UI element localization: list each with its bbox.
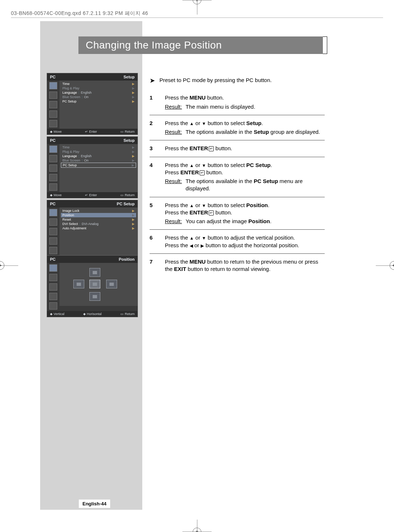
osd-tab-icon (49, 183, 57, 191)
osd-menu-name: PC Setup (117, 202, 135, 206)
osd-item-time: Time▶ (61, 82, 136, 86)
footer-move: ◆Move (50, 130, 62, 133)
footer-return: ▭Return (120, 312, 135, 316)
osd-item-pcsetup: PC Setup▶ (61, 99, 136, 104)
up-arrow-icon (190, 202, 194, 208)
osd-tab-icon (49, 110, 57, 118)
footer-vertical: ◆Vertical (50, 312, 65, 316)
footer-return: ▭Return (120, 130, 135, 133)
registration-mark-top: + (193, 0, 201, 4)
osd-tab-icon (49, 120, 57, 127)
osd-tab-icon (49, 264, 57, 272)
osd-item-bluescreen: Blue Screen:On▶ (61, 158, 136, 163)
osd-tab-icon (49, 283, 57, 291)
osd-item-autoadj: Auto Adjustment▶ (61, 226, 136, 230)
osd-tab-icon (49, 174, 57, 181)
osd-tab-icon (49, 274, 57, 281)
osd-tab-icon (49, 302, 57, 310)
step-7: 7 Press the MENU button to return to the… (150, 255, 325, 277)
preset-note: Preset to PC mode by pressing the PC but… (159, 77, 272, 84)
osd-tab-icon (49, 164, 57, 172)
down-arrow-icon (202, 202, 206, 208)
result-label: Result: (165, 128, 182, 136)
osd-item-pcsetup-selected: PC Setup▶ (61, 163, 136, 168)
page-title: Changing the Image Position (78, 36, 323, 54)
footer-return: ▭Return (120, 193, 135, 197)
osd-tab-icon (49, 247, 57, 254)
step-number: 2 (150, 120, 155, 136)
osd-item-bluescreen: Blue Screen:On▶ (61, 95, 136, 99)
osd-mode-label: PC (50, 257, 55, 261)
osd-item-imagelock: Image Lock▶ (61, 209, 136, 213)
step-2: 2 Press the or button to select Setup. R… (150, 116, 325, 140)
osd-item-reset: Reset▶ (61, 217, 136, 222)
footer-enter: ↵Enter (85, 130, 97, 133)
enter-icon: ↵ (209, 146, 214, 151)
step-3: 3 Press the ENTER↵ button. (150, 141, 325, 156)
enter-icon: ↵ (200, 170, 205, 175)
step-6: 6 Press the or button to adjust the vert… (150, 230, 325, 253)
footer-move: ◆Move (50, 193, 62, 197)
up-arrow-icon (190, 120, 194, 126)
up-arrow-icon (190, 234, 194, 241)
step-4: 4 Press the or button to select PC Setup… (150, 158, 325, 196)
osd-mode-label: PC (50, 75, 55, 79)
registration-mark-right: + (390, 261, 394, 270)
enter-icon: ↵ (209, 210, 214, 215)
left-arrow-icon (190, 242, 193, 248)
result-label: Result: (165, 178, 182, 193)
instruction-list: ➤ Preset to PC mode by pressing the PC b… (150, 77, 325, 276)
right-arrow-icon (201, 242, 204, 248)
step-number: 4 (150, 162, 155, 193)
page-number-label: English-44 (79, 500, 110, 508)
osd-tab-icon (49, 237, 57, 245)
position-adjust-graphic (59, 263, 138, 306)
osd-tab-icon (49, 228, 57, 235)
osd-tab-icon (49, 155, 57, 162)
registration-mark-bottom: + (193, 528, 201, 532)
osd-item-time: Time▶ (61, 145, 136, 149)
footer-horizontal: ◆Horisontal (83, 312, 102, 316)
step-5: 5 Press the or button to select Position… (150, 198, 325, 229)
osd-item-plugplay: Plug & Play▶ (61, 86, 136, 90)
osd-menu-name: Position (119, 257, 135, 261)
result-label: Result: (165, 218, 182, 225)
osd-item-plugplay: Plug & Play▶ (61, 149, 136, 154)
osd-panel-position: PC Position ◆Vertical ◆Horisontal ▭Ret (47, 255, 138, 317)
source-file-header: 03-BN68-00574C-00Eng.qxd 67.2.11 9:32 PM… (11, 10, 148, 17)
osd-panel-setup-2: PC Setup Time▶ Plug & Play▶ Language:Eng… (47, 136, 138, 198)
position-down-icon (89, 292, 100, 301)
osd-panel-setup-1: PC Setup Time▶ Plug & Play▶ Language:Eng… (47, 73, 138, 135)
osd-item-dviselect: DVI Select:DVI-Analog▶ (61, 222, 136, 226)
step-number: 7 (150, 258, 155, 273)
step-number: 6 (150, 234, 155, 249)
result-label: Result: (165, 103, 182, 110)
up-arrow-icon (190, 162, 194, 168)
osd-mode-label: PC (50, 202, 55, 206)
osd-tab-icon (49, 218, 57, 226)
osd-tab-icon (49, 145, 57, 153)
osd-menu-name: Setup (123, 138, 135, 143)
osd-menu-name: Setup (123, 75, 135, 79)
down-arrow-icon (202, 234, 206, 241)
registration-mark-left: + (0, 261, 4, 270)
osd-tab-icon (49, 293, 57, 300)
step-number: 1 (150, 94, 155, 110)
osd-item-position-selected: Position▶ (61, 213, 136, 217)
note-arrow-icon: ➤ (150, 77, 155, 84)
footer-enter: ↵Enter (85, 193, 97, 197)
step-number: 3 (150, 145, 155, 152)
osd-mode-label: PC (50, 138, 55, 143)
position-left-icon (73, 280, 84, 288)
down-arrow-icon (202, 120, 206, 126)
position-right-icon (106, 280, 117, 288)
osd-tab-icon (49, 92, 57, 99)
osd-item-language: Language:English▶ (61, 154, 136, 158)
osd-tab-icon (49, 82, 57, 89)
osd-tab-icon (49, 101, 57, 108)
step-number: 5 (150, 202, 155, 225)
position-center-icon (89, 280, 100, 288)
osd-item-language: Language:English▶ (61, 90, 136, 95)
down-arrow-icon (202, 162, 206, 168)
position-up-icon (89, 268, 100, 277)
